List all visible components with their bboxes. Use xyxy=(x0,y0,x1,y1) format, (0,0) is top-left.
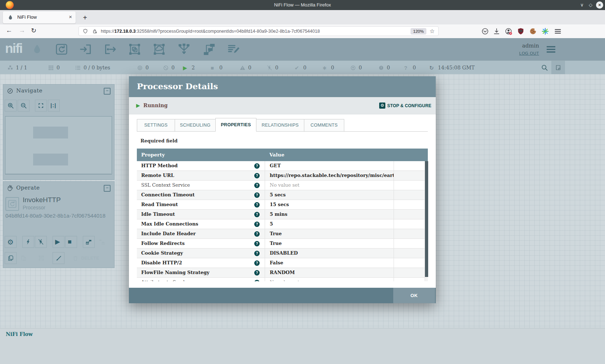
table-scrollbar[interactable] xyxy=(425,161,428,281)
url-bar[interactable]: https://172.18.0.3:32558/nifi/?processGr… xyxy=(79,26,439,36)
help-icon[interactable]: ? xyxy=(254,202,260,208)
window-titlebar: NiFi Flow — Mozilla Firefox ∨ ◇ × xyxy=(0,0,605,10)
zoom-in-button[interactable] xyxy=(5,100,17,112)
remote-process-group-tool[interactable] xyxy=(152,42,166,56)
help-icon[interactable]: ? xyxy=(254,163,260,169)
property-value[interactable]: True xyxy=(265,239,394,248)
copy-button[interactable] xyxy=(5,252,17,264)
input-port-tool[interactable] xyxy=(79,42,93,56)
tab-close-icon[interactable]: × xyxy=(69,14,72,20)
zoom-actual-button[interactable]: |:| xyxy=(48,100,60,112)
navigate-collapse-button[interactable]: − xyxy=(104,88,111,95)
status-disabled-components: 0 xyxy=(266,61,278,74)
group-button[interactable] xyxy=(35,252,47,264)
account-icon[interactable] xyxy=(505,27,512,35)
help-icon[interactable]: ? xyxy=(254,251,260,256)
help-icon[interactable]: ? xyxy=(254,260,260,266)
color-button[interactable] xyxy=(53,252,64,264)
search-icon[interactable] xyxy=(541,64,548,71)
help-icon[interactable]: ? xyxy=(254,183,260,188)
property-value[interactable]: 5 secs xyxy=(265,190,394,200)
property-value[interactable]: DISABLED xyxy=(265,249,394,258)
property-value[interactable]: 5 xyxy=(265,219,394,229)
global-menu-icon[interactable] xyxy=(544,44,557,55)
tab-settings[interactable]: SETTINGS xyxy=(137,119,175,132)
process-group-tool[interactable] xyxy=(128,42,142,56)
help-icon[interactable]: ? xyxy=(254,212,260,217)
upload-template-button[interactable] xyxy=(96,236,108,248)
zoom-fit-button[interactable] xyxy=(35,100,47,112)
tab-properties[interactable]: PROPERTIES xyxy=(215,118,256,132)
stop-button[interactable]: ■ xyxy=(65,236,77,248)
disable-button[interactable] xyxy=(35,236,47,248)
output-port-tool[interactable] xyxy=(103,42,117,56)
scrollbar-thumb[interactable] xyxy=(425,161,428,277)
ublock-extension-icon[interactable]: UO xyxy=(517,27,525,35)
operate-collapse-button[interactable]: − xyxy=(104,185,111,192)
property-row: Connection Timeout?5 secs xyxy=(137,190,425,200)
status-connected-nodes: 1 / 1 xyxy=(7,61,27,74)
bookmark-star-icon[interactable]: ☆ xyxy=(430,28,435,35)
dialog-status-bar: ▶ Running ⚙ STOP & CONFIGURE xyxy=(129,97,436,114)
property-value[interactable]: RANDOM xyxy=(265,268,394,277)
property-value[interactable]: True xyxy=(265,229,394,238)
help-icon[interactable]: ? xyxy=(254,173,260,178)
property-value[interactable]: https://repo.stackable.tech/repository/m… xyxy=(265,171,394,180)
label-tool[interactable] xyxy=(227,42,241,56)
lock-icon[interactable] xyxy=(92,28,98,34)
pocket-icon[interactable] xyxy=(481,27,489,35)
tracking-shield-icon[interactable] xyxy=(82,28,88,34)
help-icon[interactable]: ? xyxy=(254,241,260,246)
configure-button[interactable]: ⚙ xyxy=(5,236,17,248)
browser-tab[interactable]: NiFi Flow × xyxy=(3,12,76,23)
stop-and-configure-button[interactable]: ⚙ STOP & CONFIGURE xyxy=(379,103,431,109)
status-refresh[interactable]: ↻ 14:45:08 GMT xyxy=(429,61,475,74)
processor-tool[interactable] xyxy=(55,42,68,56)
help-icon[interactable]: ? xyxy=(254,231,260,237)
funnel-tool[interactable] xyxy=(177,42,191,56)
new-tab-button[interactable]: + xyxy=(80,13,90,23)
help-icon[interactable]: ? xyxy=(254,192,260,198)
enable-button[interactable] xyxy=(22,236,34,248)
window-minimize-button[interactable]: ∨ xyxy=(578,1,586,9)
delete-button[interactable]: DELETE xyxy=(70,252,102,264)
zoom-out-button[interactable] xyxy=(18,100,30,112)
asterisk-icon: ∗ xyxy=(322,65,328,71)
tab-relationships[interactable]: RELATIONSHIPS xyxy=(256,119,304,132)
property-value[interactable]: No value set xyxy=(265,181,394,190)
tab-scheduling[interactable]: SCHEDULING xyxy=(175,119,216,132)
property-value[interactable]: False xyxy=(265,258,394,268)
property-value[interactable]: No value set xyxy=(265,278,394,281)
logout-link[interactable]: LOG OUT xyxy=(519,51,539,55)
tab-comments[interactable]: COMMENTS xyxy=(304,119,344,132)
forward-button[interactable]: → xyxy=(19,27,25,34)
status-stopped-components: ■0 xyxy=(211,61,223,74)
window-maximize-button[interactable]: ◇ xyxy=(587,1,594,9)
start-button[interactable]: ▶ xyxy=(53,236,64,248)
property-value[interactable]: 5 mins xyxy=(265,210,394,219)
property-value[interactable]: GET xyxy=(265,161,394,170)
birdseye-minimap[interactable] xyxy=(5,116,112,174)
refresh-icon[interactable]: ↻ xyxy=(429,65,435,71)
browser-menu-icon[interactable] xyxy=(554,27,562,35)
cookie-extension-icon[interactable] xyxy=(529,27,537,35)
property-name: Follow Redirects xyxy=(141,239,185,248)
template-tool[interactable] xyxy=(202,42,216,56)
window-close-button[interactable]: × xyxy=(596,1,603,9)
zoom-level-badge[interactable]: 120% xyxy=(411,28,426,35)
reload-button[interactable]: ↻ xyxy=(31,27,36,35)
paste-button[interactable] xyxy=(18,252,30,264)
extension-sparkle-icon[interactable] xyxy=(541,27,549,35)
bolt-slash-icon xyxy=(37,238,44,245)
breadcrumb[interactable]: NiFi Flow xyxy=(6,331,33,337)
help-icon[interactable]: ? xyxy=(254,222,260,227)
ok-button[interactable]: OK xyxy=(393,288,435,303)
property-value[interactable]: 15 secs xyxy=(265,200,394,209)
back-button[interactable]: ← xyxy=(6,27,12,34)
create-template-button[interactable] xyxy=(83,236,95,248)
play-icon: ▶ xyxy=(55,238,62,245)
downloads-icon[interactable] xyxy=(493,27,501,35)
help-icon[interactable]: ? xyxy=(254,270,260,276)
bulletin-board-button[interactable] xyxy=(551,61,565,74)
help-icon[interactable]: ? xyxy=(254,280,260,281)
